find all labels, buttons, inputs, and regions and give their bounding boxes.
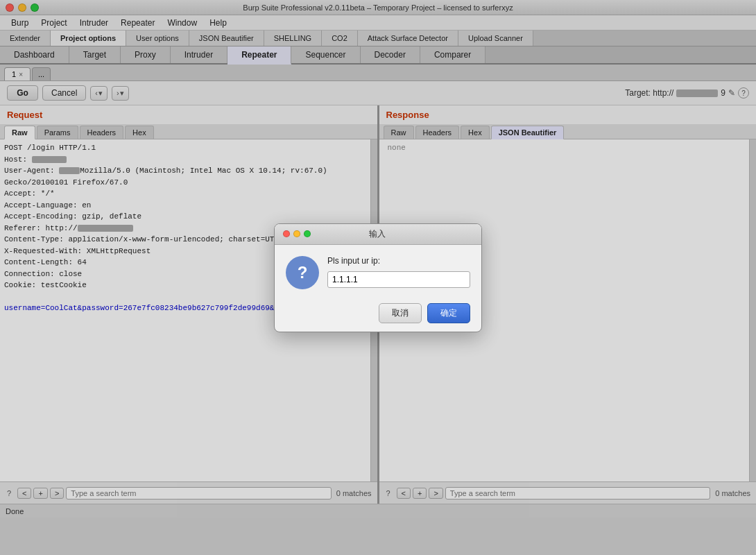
dialog-footer: 取消 确定 xyxy=(275,298,481,332)
dialog-window-buttons xyxy=(283,230,311,237)
dialog-title-bar: 输入 xyxy=(275,224,481,245)
dialog-max-btn[interactable] xyxy=(304,230,311,237)
dialog-content: Pls input ur ip: xyxy=(327,256,470,288)
dialog-confirm-button[interactable]: 确定 xyxy=(427,303,470,323)
dialog-close-btn[interactable] xyxy=(283,230,290,237)
dialog-min-btn[interactable] xyxy=(293,230,300,237)
dialog-cancel-button[interactable]: 取消 xyxy=(379,303,422,323)
dialog-ip-input[interactable] xyxy=(327,271,470,288)
dialog-prompt-text: Pls input ur ip: xyxy=(327,256,470,266)
dialog-question-icon: ? xyxy=(286,256,319,289)
dialog-title: 输入 xyxy=(369,228,386,240)
dialog-overlay: 输入 ? Pls input ur ip: 取消 确定 xyxy=(0,0,756,555)
dialog-body: ? Pls input ur ip: xyxy=(275,245,481,298)
dialog: 输入 ? Pls input ur ip: 取消 确定 xyxy=(274,223,482,332)
